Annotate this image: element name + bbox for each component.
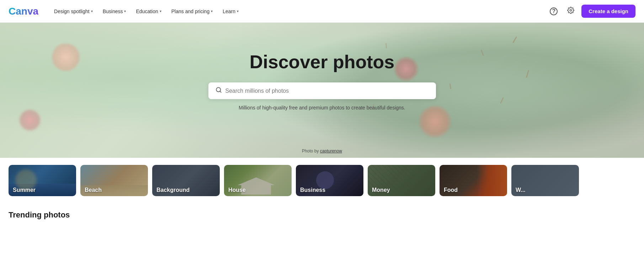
nav-learn[interactable]: Learn ▾ xyxy=(218,6,243,17)
category-label-summer: Summer xyxy=(9,165,76,196)
trending-title: Trending photos xyxy=(9,210,635,220)
category-card-w[interactable]: W... xyxy=(511,165,579,196)
chevron-down-icon: ▾ xyxy=(124,9,126,13)
photo-credit: Photo by capturenow xyxy=(302,149,342,154)
nav-design-spotlight[interactable]: Design spotlight ▾ xyxy=(50,6,97,17)
gear-icon xyxy=(567,7,574,16)
category-card-money[interactable]: Money xyxy=(368,165,435,196)
category-label-beach: Beach xyxy=(80,165,148,196)
category-label-background: Background xyxy=(152,165,220,196)
nav-actions: ? Create a design xyxy=(547,5,635,18)
create-design-button[interactable]: Create a design xyxy=(581,5,635,18)
hero-subtitle: Millions of high-quality free and premiu… xyxy=(239,105,405,111)
nav-links: Design spotlight ▾ Business ▾ Education … xyxy=(50,6,547,17)
categories-row: Summer Beach Background House Business M… xyxy=(0,158,644,203)
nav-business-label: Business xyxy=(103,9,123,14)
nav-learn-label: Learn xyxy=(223,9,235,14)
category-label-w: W... xyxy=(511,165,579,196)
category-label-food: Food xyxy=(440,165,507,196)
hero-content: Discover photos Millions of high-quality… xyxy=(0,23,644,111)
category-label-money: Money xyxy=(368,165,435,196)
hero-title: Discover photos xyxy=(250,51,394,72)
svg-point-0 xyxy=(570,10,572,11)
nav-business[interactable]: Business ▾ xyxy=(99,6,131,17)
category-label-business: Business xyxy=(296,165,363,196)
nav-design-spotlight-label: Design spotlight xyxy=(54,9,90,14)
canva-logo[interactable]: Canva xyxy=(9,6,38,17)
trending-section: Trending photos xyxy=(0,203,644,220)
search-bar xyxy=(208,82,436,99)
search-icon xyxy=(215,87,222,95)
help-icon: ? xyxy=(550,7,558,15)
search-input[interactable] xyxy=(225,88,429,94)
help-button[interactable]: ? xyxy=(547,5,560,18)
nav-plans-pricing[interactable]: Plans and pricing ▾ xyxy=(167,6,217,17)
navbar: Canva Design spotlight ▾ Business ▾ Educ… xyxy=(0,0,644,23)
hero-flower-2 xyxy=(19,109,41,131)
chevron-down-icon: ▾ xyxy=(211,9,213,13)
chevron-down-icon: ▾ xyxy=(160,9,161,13)
category-label-house: House xyxy=(224,165,292,196)
nav-education-label: Education xyxy=(136,9,158,14)
category-card-food[interactable]: Food xyxy=(440,165,507,196)
svg-line-2 xyxy=(220,91,221,92)
hero-section: Discover photos Millions of high-quality… xyxy=(0,23,644,158)
chevron-down-icon: ▾ xyxy=(237,9,239,13)
settings-button[interactable] xyxy=(564,5,577,18)
photo-credit-author-link[interactable]: capturenow xyxy=(320,149,342,154)
category-card-business[interactable]: Business xyxy=(296,165,363,196)
category-card-background[interactable]: Background xyxy=(152,165,220,196)
category-card-summer[interactable]: Summer xyxy=(9,165,76,196)
nav-plans-pricing-label: Plans and pricing xyxy=(171,9,209,14)
chevron-down-icon: ▾ xyxy=(91,9,93,13)
category-card-house[interactable]: House xyxy=(224,165,292,196)
nav-education[interactable]: Education ▾ xyxy=(132,6,165,17)
category-card-beach[interactable]: Beach xyxy=(80,165,148,196)
